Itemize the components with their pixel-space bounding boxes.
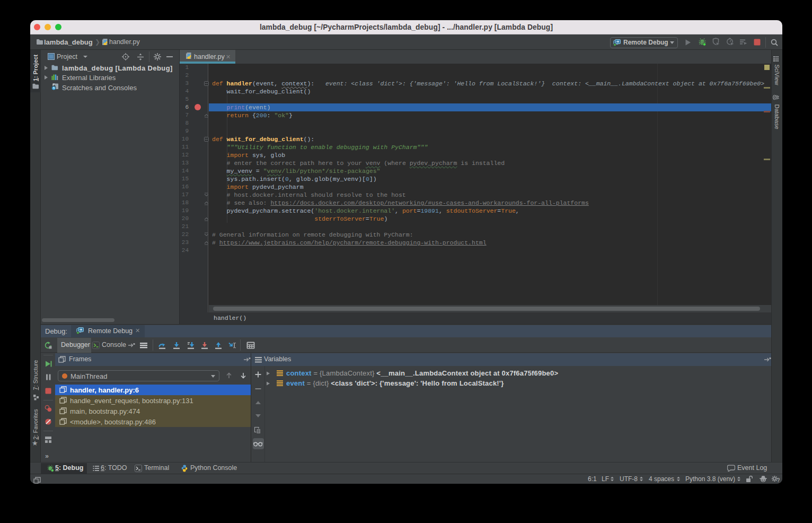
svg-text:?: ? [777, 477, 780, 483]
